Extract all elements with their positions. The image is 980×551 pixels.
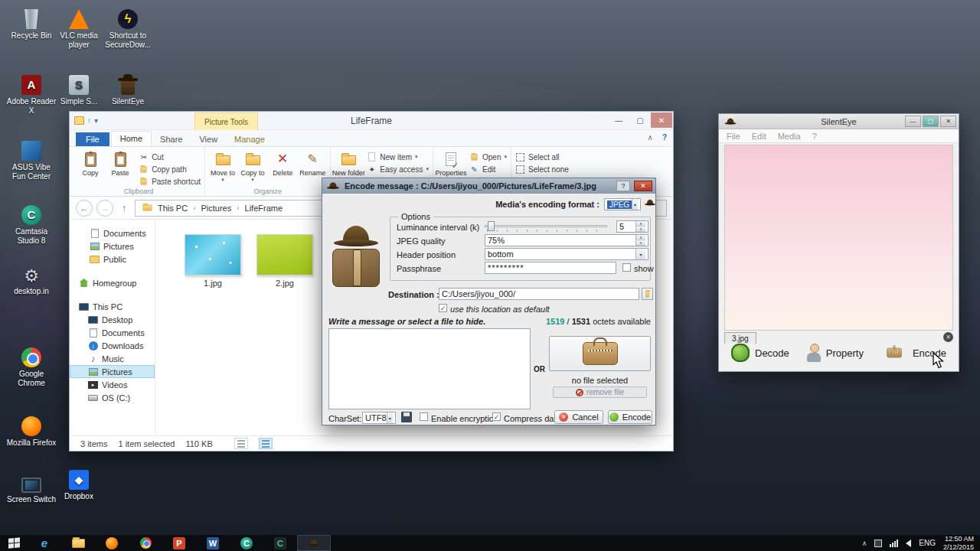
move-to-button[interactable]: Move to▾ bbox=[209, 148, 237, 183]
remove-file-button[interactable]: remove file bbox=[553, 386, 647, 398]
tab-view[interactable]: View bbox=[191, 132, 226, 146]
language-indicator[interactable]: ENG bbox=[919, 539, 936, 547]
sidebar-item-pictures-pc[interactable]: Pictures bbox=[70, 365, 155, 378]
explorer-maximize-button[interactable]: ▢ bbox=[629, 112, 651, 128]
up-button[interactable]: ↑ bbox=[117, 203, 131, 214]
start-button[interactable] bbox=[0, 535, 28, 551]
paste-button[interactable]: Paste bbox=[106, 148, 134, 177]
luminance-spinbox[interactable]: 5 ∧∨ bbox=[616, 220, 648, 233]
desktop-icon-screen-switch[interactable]: Screen Switch bbox=[6, 468, 57, 504]
save-settings-icon[interactable] bbox=[401, 412, 412, 422]
silenteye-maximize-button[interactable]: ▢ bbox=[923, 116, 939, 127]
desktop-icon-dropbox[interactable]: ◆Dropbox bbox=[54, 465, 104, 501]
open-button[interactable]: Open▾ bbox=[469, 152, 507, 162]
qat-dropdown-icon[interactable]: ▾ bbox=[94, 116, 98, 125]
taskbar-powerpoint-icon[interactable]: P bbox=[162, 535, 196, 551]
tab-share[interactable]: Share bbox=[152, 132, 191, 146]
volume-icon[interactable] bbox=[906, 540, 911, 547]
default-location-checkbox[interactable]: ✓ bbox=[439, 304, 447, 312]
slider-handle[interactable] bbox=[488, 221, 495, 231]
format-dropdown-icon[interactable]: ▾ bbox=[632, 199, 638, 210]
cancel-button[interactable]: ✕Cancel bbox=[554, 410, 603, 424]
tab-manage[interactable]: Manage bbox=[226, 132, 273, 146]
edit-button[interactable]: ✎Edit bbox=[469, 164, 507, 174]
easy-access-button[interactable]: ✦Easy access▾ bbox=[367, 164, 429, 174]
back-button[interactable]: ← bbox=[76, 200, 93, 217]
breadcrumb-pictures[interactable]: Pictures bbox=[201, 204, 231, 213]
header-dropdown-icon[interactable]: ▾ bbox=[635, 249, 645, 259]
copy-to-button[interactable]: Copy to▾ bbox=[239, 148, 266, 183]
explorer-close-button[interactable]: ✕ bbox=[651, 112, 672, 128]
desktop-icon-recycle-bin[interactable]: Recycle Bin bbox=[6, 5, 57, 41]
ribbon-collapse-icon[interactable]: ∧ bbox=[648, 133, 653, 142]
sidebar-item-videos[interactable]: ▸Videos bbox=[70, 378, 155, 391]
sidebar-item-pictures[interactable]: Pictures bbox=[70, 240, 155, 253]
explorer-titlebar[interactable]: ↑ ▾ Picture Tools LifeFrame — ▢ ✕ bbox=[70, 112, 673, 130]
dialog-close-button[interactable]: ✕ bbox=[634, 181, 652, 191]
taskbar-clock[interactable]: 12:50 AM 2/12/2015 bbox=[943, 535, 974, 551]
taskbar-silenteye-icon[interactable] bbox=[297, 535, 331, 551]
sidebar-item-public[interactable]: Public bbox=[70, 253, 155, 266]
paste-shortcut-button[interactable]: Paste shortcut bbox=[139, 176, 201, 187]
view-details-icon[interactable] bbox=[234, 438, 248, 449]
jpeg-quality-spinbox[interactable]: 75% ∧∨ bbox=[485, 234, 648, 246]
media-preview-3jpg[interactable] bbox=[724, 145, 953, 331]
decode-button[interactable]: Decode bbox=[731, 344, 789, 362]
dialog-encode-button[interactable]: Encode bbox=[608, 410, 652, 424]
sidebar-item-documents[interactable]: Documents bbox=[70, 227, 155, 240]
menu-media[interactable]: Media bbox=[778, 132, 801, 141]
desktop-icon-firefox[interactable]: Mozilla Firefox bbox=[6, 412, 57, 448]
taskbar-camtasia-recorder-icon[interactable]: C bbox=[263, 535, 297, 551]
cut-button[interactable]: ✂Cut bbox=[139, 152, 201, 162]
tab-file[interactable]: File bbox=[76, 132, 109, 146]
taskbar-explorer-icon[interactable] bbox=[61, 535, 95, 551]
select-file-button[interactable] bbox=[549, 336, 651, 371]
tray-app-icon[interactable] bbox=[874, 540, 882, 547]
select-none-button[interactable]: Select none bbox=[515, 164, 569, 174]
qat-up-icon[interactable]: ↑ bbox=[87, 116, 91, 125]
dialog-help-button[interactable]: ? bbox=[616, 181, 630, 191]
desktop-icon-securedownload[interactable]: ϟShortcut to SecureDow... bbox=[103, 5, 153, 49]
menu-help[interactable]: ? bbox=[812, 132, 817, 141]
passphrase-field[interactable]: ********* bbox=[485, 262, 616, 274]
desktop-icon-vlc[interactable]: VLC media player bbox=[54, 5, 104, 49]
sidebar-item-this-pc[interactable]: This PC bbox=[70, 300, 155, 313]
sidebar-item-desktop[interactable]: Desktop bbox=[70, 313, 155, 326]
format-combo[interactable]: JPEG ▾ bbox=[604, 198, 641, 210]
sidebar-item-downloads[interactable]: ↓Downloads bbox=[70, 339, 155, 352]
forward-button[interactable]: → bbox=[96, 200, 113, 217]
sidebar-item-documents-pc[interactable]: Documents bbox=[70, 326, 155, 339]
copy-path-button[interactable]: Copy path bbox=[139, 164, 201, 174]
sidebar-item-music[interactable]: ♪Music bbox=[70, 352, 155, 365]
explorer-minimize-button[interactable]: — bbox=[608, 112, 629, 128]
desktop-icon-asus-vibe[interactable]: ASUS Vibe Fun Center bbox=[6, 136, 57, 181]
compress-data-checkbox[interactable]: ✓ bbox=[492, 412, 501, 421]
breadcrumb-lifeframe[interactable]: LifeFrame bbox=[245, 204, 283, 213]
desktop-icon-desktop-ini[interactable]: ⚙desktop.in bbox=[6, 260, 57, 296]
new-folder-button[interactable]: New folder bbox=[335, 148, 362, 177]
desktop-icon-adobe-reader[interactable]: AAdobe Reader X bbox=[6, 70, 57, 115]
message-textarea[interactable] bbox=[328, 328, 531, 409]
view-thumbnails-icon[interactable] bbox=[259, 438, 273, 449]
desktop-icon-silenteye[interactable]: SilentEye bbox=[103, 70, 153, 106]
charset-dropdown-icon[interactable]: ▾ bbox=[387, 412, 394, 423]
rename-button[interactable]: ✎Rename bbox=[299, 148, 326, 177]
show-passphrase-checkbox[interactable] bbox=[622, 263, 631, 272]
breadcrumb-this-pc[interactable]: This PC bbox=[158, 204, 188, 213]
ribbon-help-icon[interactable]: ? bbox=[662, 133, 667, 142]
menu-edit[interactable]: Edit bbox=[752, 132, 766, 141]
taskbar-camtasia-icon[interactable]: C bbox=[230, 535, 263, 551]
taskbar-word-icon[interactable]: W bbox=[196, 535, 230, 551]
sidebar-item-homegroup[interactable]: Homegroup bbox=[70, 276, 155, 289]
delete-button[interactable]: ✕Delete bbox=[269, 148, 296, 177]
desktop-icon-simple[interactable]: SSimple S... bbox=[54, 70, 104, 106]
tray-expand-icon[interactable]: ∧ bbox=[862, 540, 867, 547]
select-all-button[interactable]: Select all bbox=[515, 152, 569, 162]
copy-button[interactable]: Copy bbox=[77, 148, 104, 177]
tab-home[interactable]: Home bbox=[111, 131, 152, 146]
silenteye-close-button[interactable]: ✕ bbox=[940, 116, 956, 127]
silenteye-minimize-button[interactable]: — bbox=[905, 116, 921, 127]
browse-destination-button[interactable] bbox=[642, 288, 653, 300]
silenteye-titlebar[interactable]: SilentEye — ▢ ✕ bbox=[719, 114, 959, 129]
taskbar-ie-icon[interactable]: e bbox=[28, 535, 61, 551]
